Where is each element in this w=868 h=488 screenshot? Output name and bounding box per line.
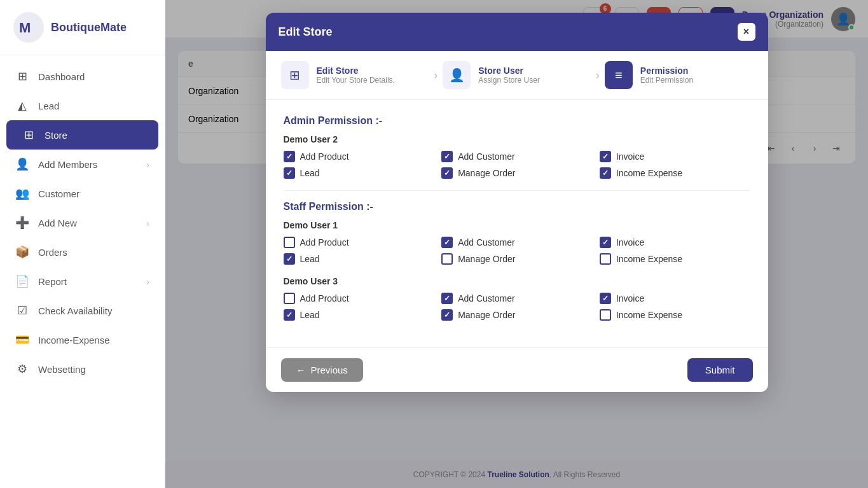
checkbox-income-expense-admin[interactable] (600, 167, 611, 179)
lead-icon: ◭ (15, 99, 29, 113)
modal-steps: ⊞ Edit Store Edit Your Store Details. › … (266, 51, 768, 100)
checkbox-add-product-s1[interactable] (284, 237, 295, 248)
checkbox-invoice-s2[interactable] (600, 293, 611, 304)
step-arrow-2: › (596, 69, 600, 82)
perm-add-customer-admin: Add Customer (441, 151, 592, 162)
sidebar-item-add-new[interactable]: ➕ Add New › (0, 208, 165, 237)
chevron-right-icon: › (146, 159, 149, 170)
sidebar-item-report[interactable]: 📄 Report › (0, 267, 165, 296)
sidebar-item-dashboard[interactable]: ⊞ Dashboard (0, 62, 165, 91)
logo-text: BoutiqueMate (51, 21, 127, 34)
perm-add-product-s2: Add Product (284, 293, 434, 304)
step3-label: Permission (640, 66, 693, 76)
perm-label: Lead (300, 168, 320, 178)
perm-label: Add Customer (458, 237, 514, 247)
checkbox-add-product-s2[interactable] (284, 293, 295, 304)
step2-label: Store User (478, 66, 540, 76)
checkbox-manage-order-admin[interactable] (441, 167, 453, 179)
checkbox-lead-admin[interactable] (284, 167, 295, 179)
user-name-demo1: Demo User 1 (284, 220, 750, 230)
checkbox-lead-s2[interactable] (284, 309, 295, 321)
checkbox-manage-order-s1[interactable] (441, 253, 453, 265)
step3-icon: ≡ (605, 61, 633, 89)
perm-manage-order-s1: Manage Order (441, 253, 592, 265)
modal-title: Edit Store (279, 25, 333, 39)
step1-icon: ⊞ (281, 61, 309, 89)
sidebar-item-label: Check Availability (38, 305, 112, 316)
checkbox-income-expense-s2[interactable] (600, 309, 611, 321)
checkbox-manage-order-s2[interactable] (441, 309, 453, 321)
perm-label: Invoice (616, 237, 644, 247)
perm-income-expense-s2: Income Expense (600, 309, 750, 321)
step-arrow-1: › (434, 69, 437, 82)
svg-text:M: M (19, 20, 31, 36)
perm-label: Invoice (616, 151, 644, 162)
staff2-permissions-grid: Add Product Add Customer Invoice Le (284, 293, 750, 321)
admin-permission-title: Admin Permission :- (284, 115, 750, 127)
user-block-demo3: Demo User 3 Add Product Add Customer (284, 276, 750, 321)
sidebar-item-add-members[interactable]: 👤 Add Members › (0, 150, 165, 179)
add-members-icon: 👤 (15, 157, 29, 171)
perm-add-product-s1: Add Product (284, 237, 434, 248)
sidebar-item-check-availability[interactable]: ☑ Check Availability (0, 296, 165, 325)
perm-label: Add Customer (458, 151, 514, 162)
sidebar-item-websetting[interactable]: ⚙ Websetting (0, 354, 165, 384)
sidebar-item-customer[interactable]: 👥 Customer (0, 179, 165, 208)
perm-lead-admin: Lead (284, 167, 434, 179)
perm-label: Add Product (300, 293, 349, 303)
sidebar-item-label: Add New (38, 218, 77, 228)
checkbox-income-expense-s1[interactable] (600, 253, 611, 265)
checkbox-add-customer-admin[interactable] (441, 151, 453, 162)
income-expense-icon: 💳 (15, 333, 29, 347)
step1-sub: Edit Your Store Details. (317, 76, 395, 85)
sidebar-item-lead[interactable]: ◭ Lead (0, 91, 165, 120)
sidebar-item-income-expense[interactable]: 💳 Income-Expense (0, 325, 165, 354)
perm-invoice-s2: Invoice (600, 293, 750, 304)
sidebar-item-label: Websetting (38, 364, 86, 375)
dashboard-icon: ⊞ (15, 69, 29, 83)
previous-button[interactable]: ← ← Previous Previous (281, 358, 363, 382)
step1-label: Edit Store (317, 66, 395, 76)
checkbox-add-customer-s1[interactable] (441, 237, 453, 248)
sidebar-item-label: Lead (38, 101, 59, 111)
modal-overlay: Edit Store × ⊞ Edit Store Edit Your Stor… (165, 0, 868, 488)
logo-icon: M (13, 11, 45, 43)
modal-close-button[interactable]: × (738, 23, 755, 41)
submit-button[interactable]: Submit (687, 358, 753, 382)
chevron-right-icon: › (146, 218, 149, 228)
step1-info: Edit Store Edit Your Store Details. (317, 66, 395, 85)
user-name-demo2: Demo User 2 (284, 134, 750, 144)
sidebar-logo: M BoutiqueMate (0, 0, 165, 55)
perm-manage-order-admin: Manage Order (441, 167, 592, 179)
sidebar-item-store[interactable]: ⊞ Store (6, 120, 158, 150)
checkbox-lead-s1[interactable] (284, 253, 295, 265)
sidebar-item-orders[interactable]: 📦 Orders (0, 237, 165, 267)
checkbox-invoice-s1[interactable] (600, 237, 611, 248)
sidebar: M BoutiqueMate ⊞ Dashboard ◭ Lead ⊞ Stor… (0, 0, 165, 488)
checkbox-add-customer-s2[interactable] (441, 293, 453, 304)
sidebar-item-label: Dashboard (38, 71, 85, 82)
perm-add-customer-s2: Add Customer (441, 293, 592, 304)
modal-header: Edit Store × (266, 13, 768, 51)
checkbox-invoice-admin[interactable] (600, 151, 611, 162)
sidebar-item-label: Report (38, 276, 67, 287)
perm-label: Income Expense (616, 310, 682, 320)
step3-sub: Edit Permission (640, 76, 693, 85)
websetting-icon: ⚙ (15, 362, 29, 376)
perm-add-customer-s1: Add Customer (441, 237, 592, 248)
sidebar-item-label: Add Members (38, 159, 97, 170)
add-new-icon: ➕ (15, 216, 29, 230)
perm-add-product-admin: Add Product (284, 151, 434, 162)
checkbox-add-product-admin[interactable] (284, 151, 295, 162)
step3-info: Permission Edit Permission (640, 66, 693, 85)
perm-lead-s2: Lead (284, 309, 434, 321)
sidebar-item-label: Store (45, 130, 67, 141)
perm-invoice-admin: Invoice (600, 151, 750, 162)
perm-income-expense-admin: Income Expense (600, 167, 750, 179)
perm-label: Lead (300, 310, 320, 320)
step-store-user: 👤 Store User Assign Store User (443, 61, 591, 89)
modal-footer: ← ← Previous Previous Submit (266, 347, 768, 392)
step2-sub: Assign Store User (478, 76, 540, 85)
sidebar-item-label: Customer (38, 188, 79, 199)
perm-invoice-s1: Invoice (600, 237, 750, 248)
